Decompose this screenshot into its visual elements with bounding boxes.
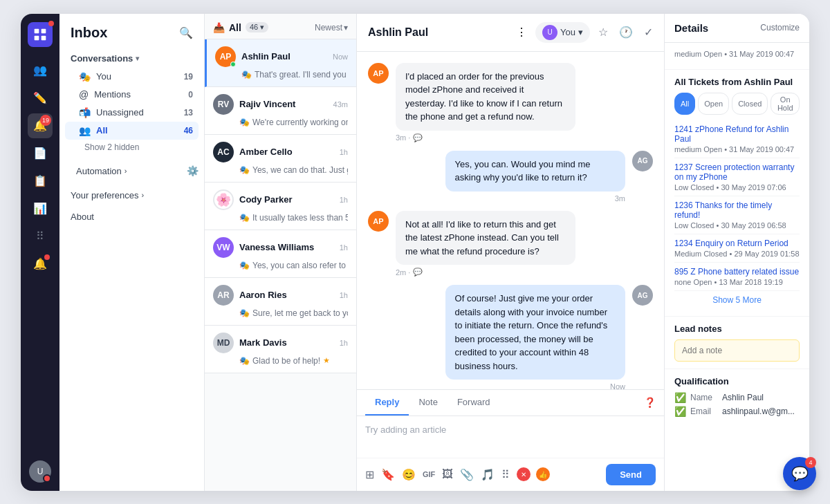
tickets-section: All Tickets from Ashlin Paul All Open Cl… xyxy=(665,70,809,317)
inbox-icon: 📥 xyxy=(213,22,225,33)
nav-icon-table[interactable]: 📋 xyxy=(28,169,53,194)
conv-item-aaron-ries[interactable]: AR Aaron Ries 1h 🎭 Sure, let me get back… xyxy=(205,278,356,326)
add-note-input[interactable] xyxy=(674,339,800,362)
emoji-icon[interactable]: 😊 xyxy=(402,468,416,481)
ticket-item[interactable]: 1241 zPhone Refund for Ashlin Paul mediu… xyxy=(674,120,800,158)
reaction-red[interactable]: ✕ xyxy=(517,467,531,481)
show-more-button[interactable]: Show 5 More xyxy=(674,291,800,309)
qual-title: Qualification xyxy=(674,376,800,386)
conv-item-vanessa-williams[interactable]: VW Vanessa Williams 1h 🎭 Yes, you can al… xyxy=(205,230,356,278)
ticket-item[interactable]: 895 Z Phone battery related issue none O… xyxy=(674,263,800,291)
left-nav: 👥 ✏️ 🔔 19 📄 📋 📊 ⠿ 🔔 U xyxy=(21,14,59,491)
avatar: VW xyxy=(213,237,234,258)
clock-icon[interactable]: 🕐 xyxy=(619,26,633,39)
assignee-avatar: U xyxy=(542,25,557,40)
reaction-orange[interactable]: 👍 xyxy=(536,467,550,481)
tickets-section-title: All Tickets from Ashlin Paul xyxy=(674,77,800,87)
automation-link[interactable]: Automation › xyxy=(65,160,138,182)
conv-name: Ashlin Paul xyxy=(241,51,327,62)
avatar: RV xyxy=(213,94,234,115)
conv-name: Mark Davis xyxy=(239,337,334,348)
audio-icon[interactable]: 🎵 xyxy=(481,468,495,481)
conv-item-mark-davis[interactable]: MD Mark Davis 1h 🎭 Glad to be of help! ★ xyxy=(205,326,356,373)
message-avatar: AP xyxy=(368,63,389,84)
attachment-icon[interactable]: 📎 xyxy=(460,468,474,481)
notifications-badge: 19 xyxy=(40,115,51,126)
nav-icon-chart[interactable]: 📊 xyxy=(28,196,53,221)
check-icon[interactable]: ✓ xyxy=(644,26,653,39)
qual-email-row: ✅ Email ashlinpaul.w@gm... xyxy=(674,406,800,417)
chat-header-actions: ☆ 🕐 ✓ xyxy=(598,26,653,39)
sidebar-item-you[interactable]: 🎭 You 19 xyxy=(65,68,199,86)
show-hidden-link[interactable]: Show 2 hidden xyxy=(65,140,199,155)
nav-icon-apps[interactable]: ⠿ xyxy=(28,224,53,249)
grid-icon[interactable]: ⠿ xyxy=(501,468,510,481)
customize-button[interactable]: Customize xyxy=(760,23,800,32)
automation-label: Automation xyxy=(76,166,122,176)
filter-on-hold[interactable]: On Hold xyxy=(771,93,800,115)
ticket-item[interactable]: 1237 Screen protection warranty on my zP… xyxy=(674,158,800,196)
gif-icon[interactable]: GIF xyxy=(423,470,435,478)
ticket-item[interactable]: 1236 Thanks for the timely refund! Low C… xyxy=(674,196,800,234)
ticket-item[interactable]: 1234 Enquiry on Return Period Medium Clo… xyxy=(674,234,800,263)
sidebar-item-mentions[interactable]: @ Mentions 0 xyxy=(65,86,199,104)
support-chat-bubble[interactable]: 💬 4 xyxy=(783,457,816,490)
send-button[interactable]: Send xyxy=(606,464,656,485)
conv-name: Aaron Ries xyxy=(239,290,334,300)
nav-icon-alerts[interactable]: 🔔 xyxy=(28,252,53,277)
preview-icon: 🎭 xyxy=(239,356,250,366)
preferences-link[interactable]: Your preferences › xyxy=(59,185,204,206)
preview-icon: 🎭 xyxy=(239,213,250,223)
sidebar: Inbox 🔍 Conversations ▾ 🎭 You 19 @ Menti… xyxy=(59,14,205,491)
sidebar-item-you-label: You xyxy=(96,71,178,82)
avatar: 🌸 xyxy=(213,189,234,210)
search-icon[interactable]: 🔍 xyxy=(179,26,193,39)
nav-icon-reports[interactable]: 📄 xyxy=(28,141,53,166)
reply-toolbar: ⊞ 🔖 😊 GIF 🖼 📎 🎵 ⠿ ✕ 👍 Send xyxy=(357,458,664,491)
check-icon: ✅ xyxy=(674,392,686,403)
ticket-meta: medium Open • 31 May 2019 00:47 xyxy=(674,145,800,153)
message-meta: I'd placed an order for the previous mod… xyxy=(396,63,653,142)
conv-name: Rajiv Vincent xyxy=(239,99,328,109)
nav-logo[interactable] xyxy=(28,22,53,47)
conv-item-cody-parker[interactable]: 🌸 Cody Parker 1h 🎭 It usually takes less… xyxy=(205,183,356,230)
ticket-meta: none Open • 13 Mar 2018 19:19 xyxy=(674,278,800,286)
sidebar-item-all-label: All xyxy=(96,125,178,136)
message-bubble: Yes, you can. Would you mind me asking w… xyxy=(445,151,625,192)
filter-open[interactable]: Open xyxy=(698,93,729,115)
preview-icon: 🎭 xyxy=(239,118,250,127)
nav-icon-compose[interactable]: ✏️ xyxy=(28,86,53,111)
bookmark-icon[interactable]: 🔖 xyxy=(381,468,395,481)
tab-note[interactable]: Note xyxy=(409,390,447,416)
user-avatar[interactable]: U xyxy=(29,460,51,483)
support-badge: 4 xyxy=(805,457,816,468)
nav-icon-notifications[interactable]: 🔔 19 xyxy=(28,113,53,138)
filter-all[interactable]: All xyxy=(674,93,695,115)
more-options-icon[interactable]: ⋮ xyxy=(516,26,527,39)
conv-item-amber-cello[interactable]: AC Amber Cello 1h 🎭 Yes, we can do that.… xyxy=(205,135,356,183)
conv-sort-dropdown[interactable]: Newest ▾ xyxy=(315,23,348,32)
details-title: Details xyxy=(674,22,708,34)
conv-item-top: VW Vanessa Williams 1h xyxy=(213,237,348,258)
avatar: AC xyxy=(213,142,234,162)
help-icon[interactable]: ❓ xyxy=(644,397,656,408)
avatar: AP xyxy=(215,46,236,67)
tab-forward[interactable]: Forward xyxy=(448,390,500,416)
format-icon[interactable]: ⊞ xyxy=(365,468,374,481)
image-icon[interactable]: 🖼 xyxy=(442,468,453,480)
sidebar-item-all[interactable]: 👥 All 46 xyxy=(65,122,199,140)
reply-input[interactable]: Try adding an article xyxy=(357,416,664,458)
conversations-header[interactable]: Conversations ▾ xyxy=(65,49,199,68)
mentions-icon: @ xyxy=(79,89,89,100)
star-icon[interactable]: ☆ xyxy=(598,26,608,39)
agent-message-wrap: Of course! Just give me your order detai… xyxy=(368,285,625,389)
assignee-selector[interactable]: U You ▾ xyxy=(535,22,590,43)
tab-reply[interactable]: Reply xyxy=(365,390,409,416)
conv-item-rajiv-vincent[interactable]: RV Rajiv Vincent 43m 🎭 We're currently w… xyxy=(205,87,356,135)
conv-item-ashlin-paul[interactable]: AP Ashlin Paul Now 🎭 That's great. I'll … xyxy=(205,39,356,87)
gear-icon[interactable]: ⚙️ xyxy=(187,165,199,176)
sidebar-item-unassigned[interactable]: 📬 Unassigned 13 xyxy=(65,104,199,122)
nav-icon-contacts[interactable]: 👥 xyxy=(28,58,53,83)
filter-closed[interactable]: Closed xyxy=(732,93,768,115)
about-link[interactable]: About xyxy=(59,206,204,227)
